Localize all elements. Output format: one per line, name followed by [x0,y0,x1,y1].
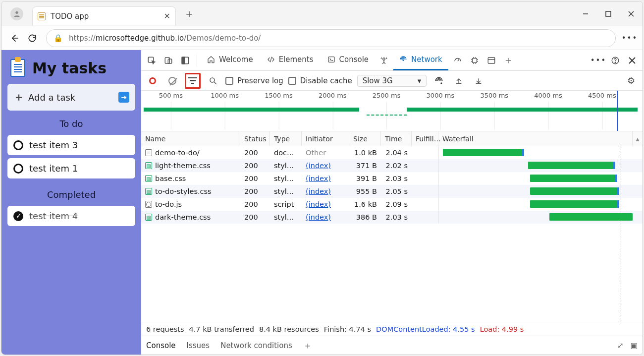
devtools-close-button[interactable] [625,53,640,68]
tab-network[interactable]: Network [393,51,448,70]
request-row[interactable]: demo-to-do/200docu…Other1.0 kB2.04 s [141,146,643,159]
drawer-tab-issues[interactable]: Issues [187,341,210,350]
request-time: 2.09 s [381,200,412,208]
svg-rect-13 [472,58,477,62]
request-row[interactable]: to-do.js200script(index)1.6 kB2.09 s [141,198,643,211]
request-type: styles… [270,213,302,221]
request-name: base.css [155,175,186,182]
drawer-collapse-icon[interactable]: ▣ [631,341,638,350]
inspect-element-button[interactable] [144,53,159,68]
svg-point-11 [383,58,385,60]
network-timeline[interactable]: 500 ms1000 ms1500 ms2000 ms2500 ms3000 m… [141,91,643,131]
task-item[interactable]: test item 3 [7,135,135,155]
svg-point-17 [615,62,616,63]
network-conditions-button[interactable] [431,73,446,88]
tab-favicon [38,12,46,20]
close-window-button[interactable] [620,4,643,24]
plus-icon: ＋ [13,91,24,103]
task-checkbox[interactable] [13,140,23,150]
search-button[interactable] [206,73,220,88]
url-path: /Demos/demo-to-do/ [184,34,261,43]
tab-add-button[interactable]: ＋ [501,53,516,68]
col-type[interactable]: Type [270,131,302,146]
todo-section-header: To do [7,119,135,129]
request-size: 1.0 kB [349,149,381,157]
maximize-button[interactable] [597,4,620,24]
devtools-panel: Welcome Elements Console Network ＋ ••• [141,50,643,355]
back-button[interactable] [5,29,23,47]
col-initiator[interactable]: Initiator [302,131,349,146]
add-task-card[interactable]: ＋Add a task ➔ [7,84,135,111]
request-table: Name Status Type Initiator Size Time Ful… [141,131,643,322]
tab-close-icon[interactable]: ✕ [164,11,170,21]
request-row[interactable]: ▨dark-theme.css200styles…(index)386 B2.0… [141,211,643,224]
content-body: My tasks ＋Add a task ➔ To do test item 3… [1,50,643,355]
tab-application-icon[interactable] [484,53,499,68]
svg-point-20 [210,78,215,82]
import-har-button[interactable] [451,73,466,88]
tab-performance-icon[interactable] [450,53,465,68]
initiator-link[interactable]: (index) [306,175,331,182]
network-settings-button[interactable]: ⚙ [624,73,639,88]
browser-tab[interactable]: TODO app ✕ [32,6,176,25]
task-item-done[interactable]: test item 4 [7,206,135,226]
status-requests: 6 requests [146,325,184,333]
request-row[interactable]: ▨light-theme.css200styles…(index)371 B2.… [141,159,643,172]
request-type: styles… [270,187,302,195]
table-body[interactable]: demo-to-do/200docu…Other1.0 kB2.04 s ▨li… [141,146,643,322]
devtools-more-button[interactable]: ••• [591,53,606,68]
tab-elements[interactable]: Elements [261,51,320,70]
throttle-select[interactable]: Slow 3G▾ [357,75,427,87]
css-icon: ▨ [145,162,152,169]
tab-welcome[interactable]: Welcome [201,51,259,70]
disable-cache-checkbox[interactable] [288,77,296,85]
preserve-log-checkbox[interactable] [225,77,233,85]
request-status: 200 [240,200,270,208]
devtools-help-button[interactable] [608,53,623,68]
task-item[interactable]: test item 1 [7,158,135,178]
col-waterfall[interactable]: Waterfall [438,131,633,146]
col-size[interactable]: Size [349,131,381,146]
drawer-tab-console[interactable]: Console [146,341,176,350]
request-time: 2.05 s [381,187,412,195]
col-sort-indicator[interactable]: ▴ [633,131,643,146]
export-har-button[interactable] [471,73,486,88]
tab-sources-icon[interactable] [376,53,391,68]
app-title-text: My tasks [32,59,107,77]
initiator-link[interactable]: (index) [306,200,331,208]
device-toolbar-button[interactable] [161,53,176,68]
js-icon [145,201,152,208]
initiator-link[interactable]: (index) [306,213,331,221]
timeline-tick: 3000 ms [427,92,455,99]
col-time[interactable]: Time [381,131,412,146]
initiator-link[interactable]: (index) [306,187,331,195]
request-name: to-do.js [155,200,182,208]
request-type: docu… [270,149,302,157]
svg-rect-10 [328,57,334,62]
dock-side-button[interactable] [178,53,193,68]
submit-task-button[interactable]: ➔ [118,92,129,103]
profile-avatar[interactable] [10,7,23,20]
tab-memory-icon[interactable] [467,53,482,68]
col-name[interactable]: Name [141,131,240,146]
drawer-tab-network-conditions[interactable]: Network conditions [220,341,292,350]
minimize-button[interactable] [574,4,597,24]
browser-menu-button[interactable]: ••• [621,34,639,43]
record-button[interactable] [145,73,160,88]
filter-button-highlighted[interactable] [185,73,201,89]
task-checkbox-checked[interactable] [13,211,23,221]
col-fulfill[interactable]: Fulfill… [412,131,438,146]
initiator-link[interactable]: (index) [306,162,331,170]
task-label: test item 1 [29,163,78,174]
request-row[interactable]: ▨to-do-styles.css200styles…(index)955 B2… [141,185,643,198]
refresh-button[interactable] [23,29,41,47]
task-checkbox[interactable] [13,164,23,174]
drawer-expand-icon[interactable]: ⤢ [617,341,624,350]
request-row[interactable]: ▨base.css200styles…(index)391 B2.03 s [141,172,643,185]
address-bar[interactable]: 🔒 https://microsoftedge.github.io/Demos/… [46,29,616,47]
clear-button[interactable] [165,73,180,88]
drawer-add-tab[interactable]: ＋ [303,340,312,352]
tab-console[interactable]: Console [322,51,375,70]
col-status[interactable]: Status [240,131,270,146]
new-tab-button[interactable]: ＋ [182,6,197,21]
